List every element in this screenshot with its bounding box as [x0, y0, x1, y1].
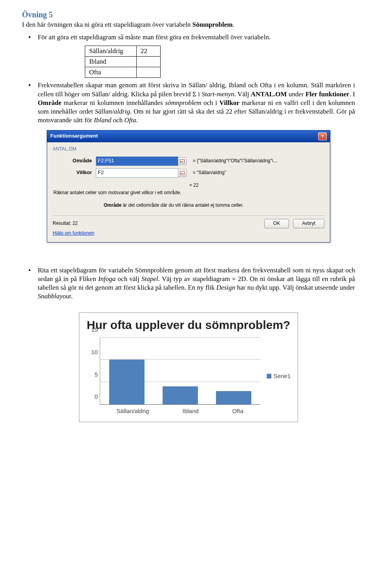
- intro-prefix: I den här övningen ska ni göra ett stape…: [22, 21, 192, 28]
- freq-label: Ofta: [85, 67, 137, 78]
- omrade-input[interactable]: F2:F51: [96, 156, 178, 166]
- t: Stapel: [141, 275, 158, 283]
- chart-y-tick: 5: [88, 371, 98, 379]
- sigma-symbol: Σ: [192, 90, 196, 98]
- bullet-3: Rita ett stapeldiagram för variabeln Söm…: [38, 266, 355, 301]
- chart-x-labels: Sällan/aldrigIblandOfta: [100, 407, 260, 415]
- chart-bar: [163, 386, 198, 404]
- t: . I: [350, 90, 355, 98]
- bar-chart: Hur ofta upplever du sömnproblem? 051015…: [79, 312, 298, 422]
- t: markerar ni kolumnen innehållandes: [61, 99, 165, 107]
- freq-label: Ibland: [85, 57, 137, 67]
- t: Område: [38, 99, 61, 107]
- exercise-heading: Övning 5: [22, 9, 355, 20]
- freq-label: Sällan/aldrig: [85, 46, 137, 57]
- t: är det cellområde där du vill räkna anta…: [121, 202, 243, 208]
- chart-bar: [216, 391, 251, 404]
- intro-bold: Sömnproblem: [192, 21, 233, 28]
- ok-button[interactable]: OK: [264, 219, 289, 228]
- t: och i: [201, 99, 219, 107]
- cancel-button[interactable]: Avbryt: [293, 219, 324, 228]
- function-arguments-dialog: Funktionsargument ? ANTAL.OM Område F2:F…: [47, 130, 330, 243]
- chart-x-label: Sällan/aldrig: [117, 407, 149, 415]
- chart-y-tick: 0: [88, 393, 98, 401]
- villkor-eval: = "Sällan/aldrig": [193, 170, 226, 176]
- table-row: Ofta: [85, 67, 161, 78]
- t: Villkor: [220, 99, 240, 107]
- t: har nu dykt upp. Välj önskat utseende un…: [235, 284, 355, 291]
- help-link[interactable]: Hjälp om funktionen: [53, 230, 94, 236]
- range-selector-icon[interactable]: [178, 157, 187, 165]
- t: Ofta: [124, 116, 136, 124]
- close-icon[interactable]: ?: [318, 132, 327, 140]
- preview-result: = 22: [189, 182, 324, 189]
- function-name-label: ANTAL.OM: [53, 146, 324, 153]
- chart-y-tick: 10: [88, 348, 98, 356]
- chart-x-label: Ibland: [183, 407, 199, 415]
- freq-value: 22: [137, 46, 161, 57]
- chart-plot-area: 051015: [100, 338, 260, 405]
- freq-value: [137, 57, 161, 67]
- table-row: Ibland: [85, 57, 161, 67]
- villkor-label: Villkor: [53, 169, 96, 176]
- frequency-table: Sällan/aldrig 22 Ibland Ofta: [85, 46, 161, 78]
- t: under: [287, 90, 306, 98]
- bullet-2: Frekvenstabellen skapar man genom att fö…: [38, 81, 355, 124]
- legend-label: Serie1: [274, 372, 291, 380]
- t: sömnproblem: [165, 99, 201, 107]
- t: i: [196, 90, 202, 98]
- t: Start-menyn: [201, 90, 234, 98]
- intro-text: I den här övningen ska ni göra ett stape…: [22, 20, 355, 29]
- t: Ibland: [94, 116, 111, 124]
- t: Infoga: [98, 275, 115, 283]
- t: .: [71, 292, 73, 300]
- range-selector-icon[interactable]: [178, 169, 187, 177]
- argument-description: Område är det cellområde där du vill räk…: [104, 202, 324, 209]
- dialog-titlebar[interactable]: Funktionsargument ?: [47, 130, 330, 142]
- t: Fler funktioner: [306, 90, 350, 98]
- t: ANTAL.OM: [251, 90, 287, 98]
- t: och: [111, 116, 124, 124]
- omrade-label: Område: [53, 158, 96, 164]
- t: . Välj: [234, 90, 251, 98]
- dialog-title: Funktionsargument: [50, 133, 98, 140]
- t: .: [136, 116, 138, 124]
- bullet-1: För att göra ett stapeldiagram så måste …: [38, 33, 355, 42]
- legend-swatch-icon: [267, 374, 271, 379]
- table-row: Sällan/aldrig 22: [85, 46, 161, 57]
- function-description: Räknar antalet celler som motsvarar give…: [53, 190, 324, 196]
- result-label: Resultat: 22: [53, 220, 78, 227]
- t: och välj: [115, 275, 141, 283]
- freq-value: [137, 67, 161, 78]
- chart-legend: Serie1: [267, 372, 291, 380]
- chart-bar: [109, 360, 145, 404]
- t: Snabblayout: [38, 292, 71, 300]
- t: Sällan/aldrig: [95, 108, 130, 115]
- chart-title: Hur ofta upplever du sömnproblem?: [86, 318, 291, 332]
- chart-y-tick: 15: [88, 326, 98, 334]
- t: Design: [216, 284, 235, 291]
- chart-x-label: Ofta: [232, 407, 243, 415]
- t: Område: [104, 202, 121, 208]
- omrade-eval: = {"Sällan/aldrig"\"Ofta"\"Sällan/aldrig…: [193, 158, 277, 164]
- villkor-input[interactable]: F2: [96, 168, 178, 178]
- chart-gridline: [100, 337, 260, 338]
